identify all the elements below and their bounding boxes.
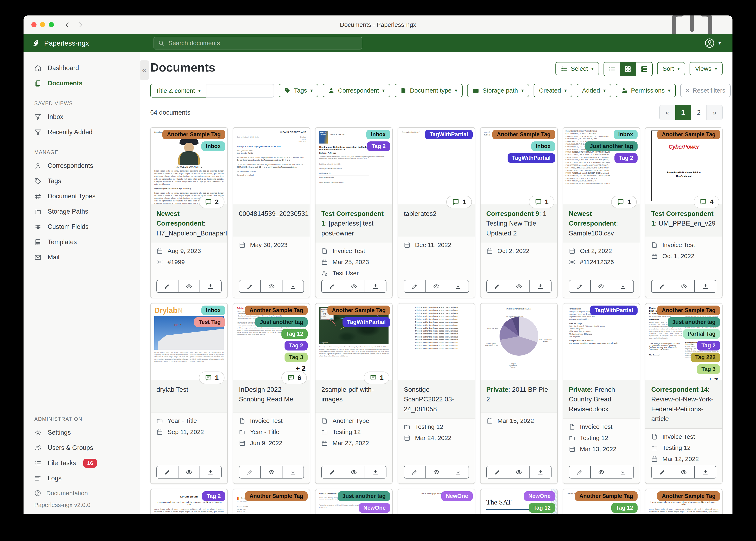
edit-button[interactable] bbox=[321, 466, 343, 478]
edit-button[interactable] bbox=[569, 280, 591, 293]
download-button[interactable] bbox=[529, 466, 552, 478]
tag-pill[interactable]: Tag 3 bbox=[285, 352, 308, 362]
view-button[interactable] bbox=[508, 280, 530, 293]
tags-filter-button[interactable]: Tags▾ bbox=[279, 84, 318, 97]
pagination-first[interactable]: « bbox=[660, 105, 675, 120]
tag-pill[interactable]: Just another tag bbox=[585, 142, 638, 151]
title-content-dropdown[interactable]: Title & content▾ bbox=[150, 84, 206, 98]
permissions-filter-button[interactable]: Permissions▾ bbox=[616, 84, 676, 97]
browser-forward-icon[interactable] bbox=[77, 21, 84, 28]
sidebar-collapse-button[interactable]: « bbox=[140, 60, 149, 80]
document-preview[interactable]: Contact Sheet Demo Given a set of image … bbox=[315, 489, 392, 514]
view-grid-button[interactable] bbox=[620, 63, 636, 76]
pagination-last[interactable]: » bbox=[707, 105, 722, 120]
correspondent-filter-button[interactable]: Correspondent▾ bbox=[323, 84, 390, 97]
brand[interactable]: Paperless-ngx bbox=[32, 39, 89, 47]
tag-pill[interactable]: Tag 2 bbox=[614, 153, 638, 163]
views-button[interactable]: Views▾ bbox=[690, 62, 723, 75]
edit-button[interactable] bbox=[486, 280, 508, 293]
comment-count-badge[interactable]: 1 bbox=[199, 371, 224, 384]
document-preview[interactable]: MEDICAL TEACHER Medical Teacher Has the … bbox=[315, 128, 392, 204]
document-title[interactable]: Newest Correspondent: Sample100.csv bbox=[563, 204, 640, 243]
document-preview[interactable]: Adobe This document contains information… bbox=[233, 303, 310, 380]
reset-filters-button[interactable]: × Reset filters bbox=[680, 84, 731, 97]
sidebar-item-tags[interactable]: Tags bbox=[24, 173, 140, 189]
title-content-input[interactable] bbox=[206, 84, 274, 98]
edit-button[interactable] bbox=[321, 280, 343, 293]
tag-pill[interactable]: Another Sample Tag bbox=[657, 305, 720, 315]
download-button[interactable] bbox=[447, 466, 469, 478]
added-filter-button[interactable]: Added▾ bbox=[577, 84, 611, 97]
edit-button[interactable] bbox=[569, 466, 591, 478]
tag-pill[interactable]: TagWithPartial bbox=[425, 130, 473, 139]
view-button[interactable] bbox=[260, 280, 282, 293]
tag-pill[interactable]: Tag 3 bbox=[697, 364, 720, 374]
download-button[interactable] bbox=[200, 280, 222, 293]
sidebar-item-inbox[interactable]: Inbox bbox=[24, 109, 140, 125]
document-title[interactable]: Private: 2011 BP Pie 2 bbox=[481, 380, 557, 413]
sidebar-item-users-groups[interactable]: Users & Groups bbox=[24, 440, 140, 455]
document-preview[interactable]: CyberPower PowerPanel® Business EditionU… bbox=[645, 128, 722, 204]
tag-pill[interactable]: Tag 12 bbox=[281, 329, 308, 339]
tag-pill[interactable]: NewOne bbox=[359, 503, 390, 513]
document-preview[interactable]: Test Name 123-456-7890 January 2, 2022Ju… bbox=[233, 489, 310, 514]
document-preview[interactable]: DrylabN NETFLIX Lorem ipsum dolor sit am… bbox=[151, 303, 227, 380]
download-button[interactable] bbox=[612, 466, 634, 478]
document-title[interactable]: Test Correspondent 1: UM_PPBE_en_v29 bbox=[645, 204, 722, 237]
sidebar-item-recently-added[interactable]: Recently Added bbox=[24, 125, 140, 140]
tag-pill[interactable]: Tag 2 bbox=[697, 341, 720, 350]
tag-pill[interactable]: NewOne bbox=[441, 491, 473, 501]
tag-pill[interactable]: Another Sample Tag bbox=[575, 491, 638, 501]
zoom-window-button[interactable] bbox=[49, 22, 54, 27]
document-title[interactable]: Newest Correspondent: H7_Napoleon_Bonapa… bbox=[151, 204, 227, 243]
document-preview[interactable]: Review of Arbitral Awards Shows Swift Re… bbox=[645, 303, 722, 380]
window-controls[interactable] bbox=[31, 22, 54, 27]
tag-pill[interactable]: Another Sample Tag bbox=[245, 305, 308, 315]
document-preview[interactable]: For the Leaven1 heaped tablespoon mature… bbox=[563, 303, 640, 380]
view-button[interactable] bbox=[590, 466, 612, 478]
download-button[interactable] bbox=[694, 466, 716, 478]
download-button[interactable] bbox=[282, 466, 304, 478]
comment-count-badge[interactable]: 6 bbox=[281, 371, 307, 384]
edit-button[interactable] bbox=[404, 280, 426, 293]
document-preview[interactable]: This is a test for the double space char… bbox=[398, 303, 475, 380]
edit-button[interactable] bbox=[156, 466, 178, 478]
sort-button[interactable]: Sort▾ bbox=[657, 62, 685, 75]
document-title[interactable]: Correspondent 14: Review-of-New-York-Fed… bbox=[645, 380, 722, 428]
tag-pill[interactable]: Inbox bbox=[531, 142, 555, 151]
view-button[interactable] bbox=[508, 466, 530, 478]
tag-pill[interactable]: Another Sample Tag bbox=[657, 130, 720, 139]
edit-button[interactable] bbox=[156, 280, 178, 293]
comment-count-badge[interactable]: 4 bbox=[694, 196, 719, 208]
document-preview[interactable]: Patient BP Distribution 2011 Normal, 150… bbox=[481, 303, 557, 380]
minimize-window-button[interactable] bbox=[40, 22, 45, 27]
sidebar-item-custom-fields[interactable]: Custom Fields bbox=[24, 219, 140, 235]
document-title[interactable]: 0004814539_20230531 bbox=[233, 204, 310, 237]
tag-pill[interactable]: TagWithPartial bbox=[590, 305, 638, 315]
comment-count-badge[interactable]: 1 bbox=[446, 196, 472, 208]
sidebar-item-storage-paths[interactable]: Storage Paths bbox=[24, 204, 140, 219]
download-button[interactable] bbox=[529, 280, 552, 293]
edit-button[interactable] bbox=[651, 280, 673, 293]
tag-pill[interactable]: Tag 2 bbox=[202, 491, 225, 501]
user-menu[interactable]: ▾ bbox=[704, 38, 721, 49]
edit-button[interactable] bbox=[239, 280, 261, 293]
sidebar-item-file-tasks[interactable]: File Tasks16 bbox=[24, 455, 140, 471]
sidebar-item-document-types[interactable]: Document Types bbox=[24, 189, 140, 204]
document-title[interactable]: Private: French Country Bread Revised.do… bbox=[563, 380, 640, 419]
view-button[interactable] bbox=[673, 280, 695, 293]
document-preview[interactable]: Lorem ipsumLorem ipsum dolor sit amet, c… bbox=[151, 489, 227, 514]
close-window-button[interactable] bbox=[31, 22, 37, 27]
document-preview[interactable]: Lorem ipsumLorem ipsum dolor sit amet, c… bbox=[645, 489, 722, 514]
download-button[interactable] bbox=[200, 466, 222, 478]
tag-pill[interactable]: Test Tag bbox=[194, 317, 225, 327]
comment-count-badge[interactable]: 1 bbox=[364, 371, 389, 384]
tag-pill[interactable]: Another Sample Tag bbox=[492, 130, 555, 139]
created-filter-button[interactable]: Created▾ bbox=[534, 84, 572, 97]
sidebar-item-settings[interactable]: Settings bbox=[24, 425, 140, 440]
view-button[interactable] bbox=[178, 280, 200, 293]
tag-overflow-count[interactable]: + 2 bbox=[294, 364, 308, 372]
tag-pill[interactable]: Another Sample Tag bbox=[657, 491, 720, 501]
view-button[interactable] bbox=[673, 466, 695, 478]
document-preview[interactable]: one,1.0five,5.0Another Sample TagInboxTa… bbox=[481, 128, 557, 204]
